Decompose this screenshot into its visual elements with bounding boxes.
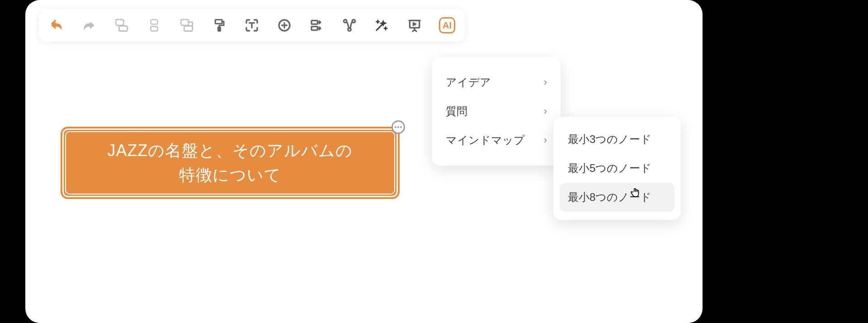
canvas[interactable]: AI JAZZの名盤と、そのアルバムの 特徴について アイデア › 質問 › マ…: [25, 0, 703, 323]
toolbar: AI: [39, 9, 465, 42]
menu-item-question[interactable]: 質問 ›: [432, 97, 561, 126]
align-icon[interactable]: [308, 17, 326, 34]
topic-node[interactable]: JAZZの名盤と、そのアルバムの 特徴について: [61, 127, 400, 199]
context-menu: アイデア › 質問 › マインドマップ ›: [432, 57, 561, 166]
magic-wand-icon[interactable]: [373, 17, 391, 34]
svg-point-17: [400, 126, 402, 128]
ai-icon[interactable]: AI: [439, 17, 456, 34]
menu-label: 質問: [446, 104, 467, 119]
svg-rect-0: [116, 19, 123, 25]
chevron-right-icon: ›: [544, 134, 547, 146]
group-icon[interactable]: [146, 17, 163, 34]
group-box-icon[interactable]: [178, 17, 195, 34]
svg-rect-5: [184, 26, 192, 31]
select-box-icon[interactable]: [113, 17, 130, 34]
text-icon[interactable]: [243, 17, 260, 34]
submenu-label: 最小5つのノード: [568, 162, 651, 174]
ai-label: AI: [443, 20, 452, 31]
submenu-item-5nodes[interactable]: 最小5つのノード: [560, 154, 675, 183]
submenu: 最小3つのノード 最小5つのノード 最小8つのノード: [553, 117, 681, 220]
svg-rect-9: [311, 20, 317, 24]
svg-rect-10: [311, 27, 317, 30]
menu-label: アイデア: [446, 75, 491, 90]
format-paint-icon[interactable]: [211, 17, 228, 34]
submenu-item-3nodes[interactable]: 最小3つのノード: [560, 125, 675, 154]
redo-icon[interactable]: [80, 17, 98, 34]
add-circle-icon[interactable]: [276, 17, 293, 34]
node-menu-handle[interactable]: [392, 120, 405, 134]
undo-icon[interactable]: [48, 17, 65, 34]
chevron-right-icon: ›: [544, 105, 547, 117]
svg-point-16: [397, 126, 399, 128]
svg-rect-1: [119, 26, 127, 31]
svg-rect-6: [215, 20, 222, 24]
svg-rect-3: [151, 27, 158, 31]
menu-item-idea[interactable]: アイデア ›: [432, 68, 561, 97]
submenu-label: 最小3つのノード: [568, 133, 651, 145]
presentation-icon[interactable]: [406, 17, 423, 34]
chevron-right-icon: ›: [544, 76, 547, 88]
svg-rect-2: [151, 20, 158, 24]
svg-rect-7: [218, 27, 221, 31]
submenu-item-8nodes[interactable]: 最小8つのノード: [560, 183, 675, 212]
menu-item-mindmap[interactable]: マインドマップ ›: [432, 126, 561, 155]
node-text: JAZZの名盤と、そのアルバムの 特徴について: [108, 138, 353, 187]
svg-point-15: [395, 126, 396, 128]
menu-label: マインドマップ: [446, 133, 525, 147]
cursor-hand-icon: [630, 186, 642, 198]
connector-icon[interactable]: [341, 17, 358, 34]
